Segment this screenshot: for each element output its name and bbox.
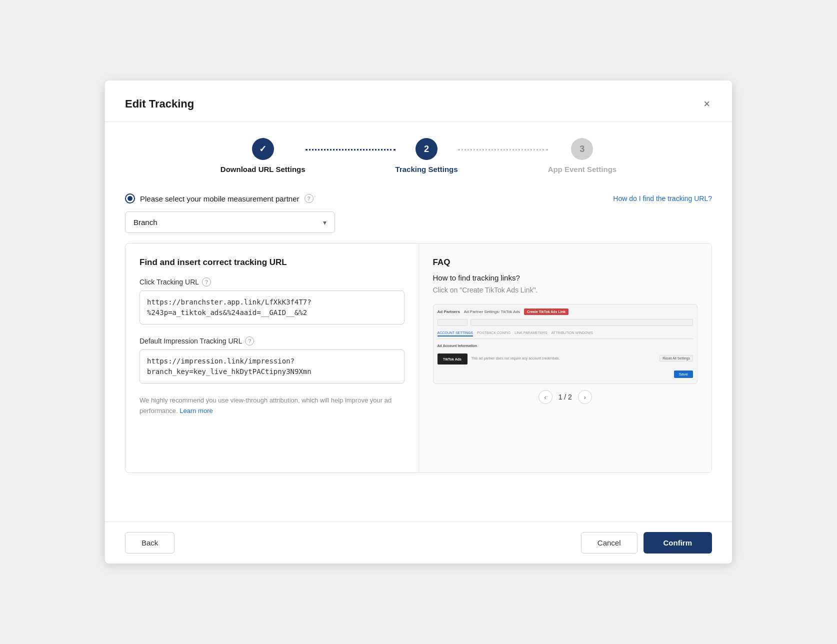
modal-title: Edit Tracking bbox=[125, 98, 194, 110]
partner-dropdown[interactable]: Branch ▾ bbox=[125, 212, 335, 233]
create-tiktok-link-btn: Create TikTok Ads Link bbox=[524, 308, 568, 315]
cancel-button[interactable]: Cancel bbox=[581, 532, 638, 554]
left-panel-title: Find and insert correct tracking URL bbox=[140, 258, 404, 268]
faq-screenshot: Ad Partners Ad Partner Settings: TikTok … bbox=[433, 304, 698, 384]
faq-pagination: ‹ 1 / 2 › bbox=[433, 384, 698, 404]
connector-1 bbox=[306, 149, 396, 162]
impression-url-label: Default Impression Tracking URL ? bbox=[140, 336, 404, 346]
pagination-prev-btn[interactable]: ‹ bbox=[538, 390, 552, 404]
dotted-line-1 bbox=[306, 149, 396, 150]
partner-label: Please select your mobile measurement pa… bbox=[140, 194, 300, 203]
click-url-input[interactable]: https://branchster.app.link/LfXkK3f4T7?%… bbox=[140, 290, 404, 324]
step-1: ✓ Download URL Settings bbox=[220, 138, 306, 174]
step-2-label: Tracking Settings bbox=[396, 165, 458, 174]
faq-answer: Click on "Create TikTok Ads Link". bbox=[433, 286, 698, 294]
step-2: 2 Tracking Settings bbox=[396, 138, 458, 174]
modal-body: Please select your mobile measurement pa… bbox=[105, 184, 732, 522]
modal-container: Edit Tracking × ✓ Download URL Settings … bbox=[105, 80, 732, 564]
impression-url-help-icon[interactable]: ? bbox=[245, 336, 254, 346]
step-1-circle: ✓ bbox=[252, 138, 274, 160]
tiktok-logo: TikTok Ads bbox=[438, 354, 468, 364]
dotted-line-2 bbox=[458, 149, 548, 150]
modal-header: Edit Tracking × bbox=[105, 80, 732, 122]
content-panel: Find and insert correct tracking URL Cli… bbox=[125, 243, 712, 473]
step-3: 3 App Event Settings bbox=[548, 138, 617, 174]
modal-footer: Back Cancel Confirm bbox=[105, 522, 732, 564]
pagination-next-btn[interactable]: › bbox=[578, 390, 592, 404]
step-1-label: Download URL Settings bbox=[220, 165, 306, 174]
partner-row: Please select your mobile measurement pa… bbox=[125, 194, 712, 204]
back-button[interactable]: Back bbox=[125, 532, 174, 554]
radio-inner bbox=[128, 196, 132, 201]
click-url-help-icon[interactable]: ? bbox=[202, 278, 211, 286]
confirm-button[interactable]: Confirm bbox=[644, 532, 712, 554]
radio-button[interactable] bbox=[125, 194, 135, 204]
pagination-info: 1 / 2 bbox=[558, 393, 572, 401]
faq-title: FAQ bbox=[433, 258, 698, 268]
step-2-circle: 2 bbox=[416, 138, 438, 160]
faq-save-btn: Save bbox=[674, 370, 693, 378]
close-button[interactable]: × bbox=[702, 96, 712, 112]
impression-url-input[interactable]: https://impression.link/impression?branc… bbox=[140, 350, 404, 384]
learn-more-link[interactable]: Learn more bbox=[180, 407, 212, 414]
click-url-label: Click Tracking URL ? bbox=[140, 278, 404, 286]
faq-screenshot-content: Ad Partners Ad Partner Settings: TikTok … bbox=[434, 304, 698, 382]
step-3-label: App Event Settings bbox=[548, 165, 617, 174]
stepper: ✓ Download URL Settings 2 Tracking Setti… bbox=[105, 122, 732, 184]
connector-2 bbox=[458, 149, 548, 162]
faq-question: How to find tracking links? bbox=[433, 274, 698, 282]
dropdown-arrow-icon: ▾ bbox=[323, 218, 326, 226]
partner-help-icon[interactable]: ? bbox=[304, 194, 314, 203]
right-panel: FAQ How to find tracking links? Click on… bbox=[419, 244, 712, 472]
footer-right: Cancel Confirm bbox=[581, 532, 712, 554]
dropdown-value: Branch bbox=[134, 218, 158, 226]
recommend-text: We highly recommend you use view-through… bbox=[140, 396, 404, 416]
tracking-url-link[interactable]: How do I find the tracking URL? bbox=[613, 194, 712, 202]
partner-label-group: Please select your mobile measurement pa… bbox=[125, 194, 314, 204]
step-3-circle: 3 bbox=[571, 138, 593, 160]
left-panel: Find and insert correct tracking URL Cli… bbox=[126, 244, 419, 472]
